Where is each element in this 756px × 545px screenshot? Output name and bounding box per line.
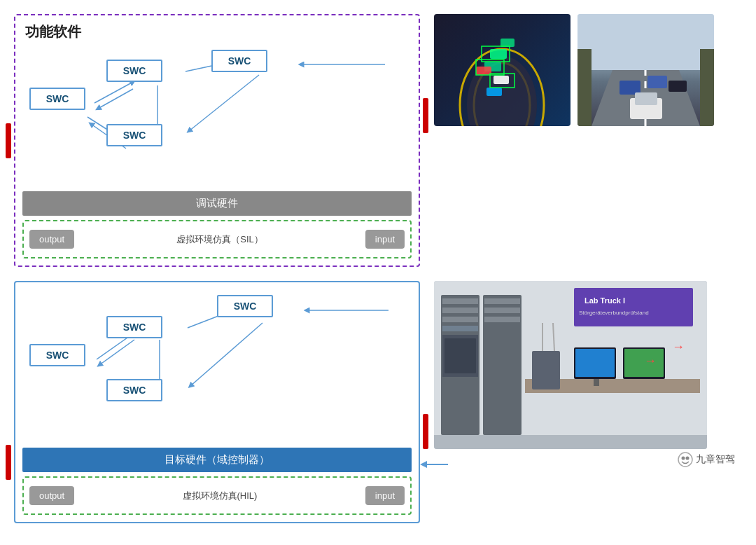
- swc-area-bottom: SWC SWC SWC SWC: [22, 289, 412, 443]
- svg-rect-45: [442, 317, 478, 322]
- sil-title: 功能软件: [25, 22, 412, 41]
- svg-rect-56: [594, 379, 599, 386]
- env-label-top: 虚拟环境仿真（SIL）: [74, 233, 365, 246]
- svg-rect-59: [532, 351, 560, 389]
- io-row-bottom: output 虚拟环境仿真(HIL) input: [29, 483, 405, 508]
- svg-rect-50: [484, 298, 520, 304]
- hw-arrow-connector: [420, 457, 448, 471]
- svg-rect-21: [578, 14, 714, 70]
- hil-diagram: SWC SWC SWC SWC 目标硬件（域控制器） output 虚拟环境仿真…: [14, 281, 420, 523]
- sil-inner-box: output 虚拟环境仿真（SIL） input: [22, 220, 412, 258]
- red-indicator-left-top: [6, 123, 11, 158]
- io-row-top: output 虚拟环境仿真（SIL） input: [29, 227, 405, 251]
- svg-rect-16: [476, 67, 491, 75]
- svg-text:Lab Truck I: Lab Truck I: [584, 296, 625, 305]
- input-button-bottom[interactable]: input: [365, 486, 405, 505]
- svg-rect-14: [493, 76, 509, 84]
- svg-rect-30: [700, 49, 714, 126]
- top-section: 功能软件: [14, 14, 742, 267]
- svg-point-69: [682, 457, 685, 460]
- svg-rect-25: [648, 76, 667, 88]
- svg-line-32: [99, 340, 134, 365]
- svg-point-68: [678, 453, 692, 467]
- input-button-top[interactable]: input: [365, 230, 405, 249]
- svg-text:→: →: [672, 340, 685, 354]
- red-indicator-right-bottom: [423, 414, 428, 449]
- svg-text:→: →: [644, 354, 657, 368]
- svg-rect-52: [484, 317, 520, 322]
- bottom-right-panel: Lab Truck I Störgeräteverbundprüfstand →…: [434, 281, 742, 470]
- svg-text:Störgeräteverbundprüfstand: Störgeräteverbundprüfstand: [579, 310, 649, 316]
- sil-diagram-container: 功能软件: [14, 14, 420, 267]
- swc-box-3-bottom: SWC: [106, 379, 162, 401]
- svg-rect-28: [635, 92, 657, 105]
- output-button-top[interactable]: output: [29, 230, 74, 249]
- svg-rect-49: [483, 295, 522, 435]
- lab-image: Lab Truck I Störgeräteverbundprüfstand →…: [434, 281, 707, 449]
- svg-rect-51: [484, 308, 520, 313]
- swc-box-4-bottom: SWC: [217, 295, 273, 317]
- bottom-section: SWC SWC SWC SWC 目标硬件（域控制器） output 虚拟环境仿真…: [14, 281, 742, 523]
- swc-area-top: SWC SWC SWC SWC: [22, 47, 412, 187]
- svg-rect-48: [444, 338, 476, 373]
- hw-bar-bottom: 目标硬件（域控制器）: [22, 448, 412, 472]
- svg-rect-44: [442, 308, 478, 313]
- svg-line-4: [189, 75, 259, 131]
- red-indicator-left-bottom: [6, 445, 11, 480]
- env-label-bottom: 虚拟环境仿真(HIL): [74, 490, 365, 502]
- swc-box-1-top: SWC: [29, 88, 85, 110]
- svg-marker-39: [420, 461, 427, 468]
- sim-images-row: [434, 14, 742, 126]
- svg-rect-15: [486, 88, 502, 96]
- svg-rect-55: [575, 349, 615, 377]
- sim-image-birds-eye: [434, 14, 570, 126]
- svg-line-35: [190, 323, 262, 386]
- logo-area: 九章智驾: [434, 449, 742, 470]
- hil-diagram-container: SWC SWC SWC SWC 目标硬件（域控制器） output 虚拟环境仿真…: [14, 281, 420, 523]
- hil-inner-box: output 虚拟环境仿真(HIL) input: [22, 476, 412, 515]
- swc-box-3-top: SWC: [106, 124, 162, 146]
- svg-line-0: [94, 82, 133, 103]
- svg-point-70: [686, 457, 690, 460]
- output-button-bottom[interactable]: output: [29, 486, 74, 505]
- sil-diagram: 功能软件: [14, 14, 420, 267]
- hw-bar-top: 调试硬件: [22, 191, 412, 216]
- swc-box-1-bottom: SWC: [29, 344, 85, 366]
- svg-rect-46: [442, 326, 478, 331]
- svg-rect-65: [434, 435, 707, 449]
- logo-text: 九章智驾: [696, 453, 735, 466]
- top-images-panel: [434, 14, 742, 126]
- red-indicator-right-top: [423, 98, 428, 133]
- swc-box-2-top: SWC: [106, 60, 162, 82]
- svg-rect-29: [578, 49, 592, 126]
- svg-rect-60: [574, 288, 693, 326]
- svg-rect-26: [668, 81, 687, 92]
- logo-icon: [678, 452, 693, 467]
- swc-box-4-top: SWC: [211, 50, 267, 72]
- svg-line-1: [98, 89, 133, 109]
- svg-rect-12: [490, 49, 507, 59]
- svg-rect-43: [442, 298, 478, 304]
- swc-box-2-bottom: SWC: [106, 316, 162, 338]
- sim-image-road-view: [578, 14, 714, 126]
- svg-rect-17: [500, 39, 514, 47]
